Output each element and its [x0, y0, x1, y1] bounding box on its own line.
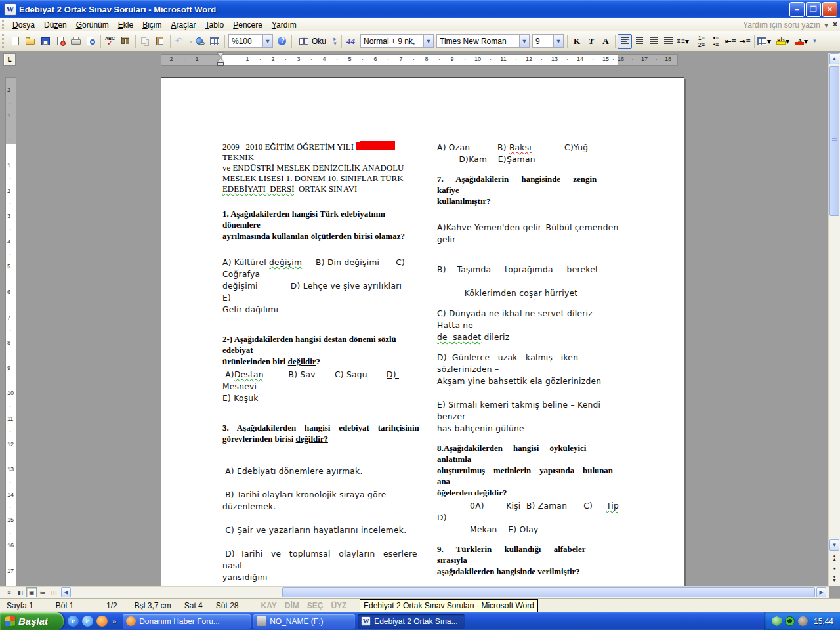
taskbar-task-1[interactable]: Donanım Haber Foru... — [123, 614, 251, 629]
answer-text[interactable]: C) Şair ve yazarların hayatlarını incele… — [222, 524, 425, 536]
formatting-options-chevron[interactable]: ▾ — [810, 33, 819, 49]
toolbar-options-chevron[interactable]: ▸▾ — [331, 33, 339, 49]
read-button[interactable]: Oku — [294, 33, 331, 49]
answer-text[interactable]: A) Edebiyatı dönemlere ayırmak. — [222, 465, 425, 477]
align-right-button[interactable] — [646, 34, 661, 49]
firefox-icon[interactable] — [96, 616, 108, 627]
web-layout-view-button[interactable]: ◧ — [15, 587, 26, 597]
answer-text[interactable]: D) Günlerce uzak kalmış iken sözlerinizd… — [437, 352, 625, 387]
scroll-left-icon[interactable]: ◀ — [61, 587, 71, 597]
indent-markers[interactable] — [217, 52, 224, 66]
open-folder-button[interactable] — [23, 33, 38, 49]
question-text[interactable]: 3. Aşağıdakilerden hangisi edebiyat tari… — [222, 423, 425, 445]
font-size-dropdown-icon[interactable]: ▼ — [553, 35, 563, 47]
menu-item-grnm[interactable]: Görünüm — [72, 19, 114, 31]
scroll-down-icon[interactable]: ▼ — [830, 539, 839, 551]
answer-text[interactable]: A)Kahve Yemen'den gelir–Bülbül çemenden … — [437, 222, 625, 245]
launch-icon-2[interactable]: e — [82, 616, 93, 627]
menu-item-tablo[interactable]: Tablo — [201, 19, 229, 31]
antivirus-icon[interactable] — [772, 616, 782, 626]
save-button[interactable] — [38, 33, 53, 49]
restore-button[interactable]: ❐ — [806, 2, 821, 17]
print-button[interactable] — [68, 33, 83, 49]
justify-button[interactable] — [661, 34, 675, 49]
answer-text[interactable]: D) Tarihi ve toplumsal olayların eserler… — [222, 548, 425, 583]
borders-button[interactable]: ▾ — [757, 34, 771, 49]
minimize-button[interactable]: – — [789, 2, 805, 17]
menu-item-ekle[interactable]: Ekle — [114, 19, 138, 31]
answer-text[interactable]: B) Tarihi olayları kronolojik sıraya gör… — [222, 489, 425, 513]
answer-text[interactable]: A) Kültürel değişim B) Din değişimi C) C… — [222, 257, 425, 316]
new-document-button[interactable] — [8, 33, 23, 49]
font-dropdown-icon[interactable]: ▼ — [519, 35, 529, 47]
menu-item-yardm[interactable]: Yardım — [267, 19, 301, 31]
font-combobox[interactable]: Times New Roman ▼ — [436, 34, 530, 48]
spelling-grammar-button[interactable] — [103, 33, 118, 49]
increase-indent-button[interactable]: ⇥≡ — [738, 34, 752, 49]
answer-text[interactable]: A) Ozan B) Baksı C)Yuğ D)Kam E)Şaman — [437, 142, 625, 165]
first-line-indent-marker[interactable] — [217, 52, 224, 56]
status-mode-üyz[interactable]: ÜYZ — [327, 601, 350, 610]
style-dropdown-icon[interactable]: ▼ — [423, 35, 433, 47]
question-text[interactable]: 8.Aşağıdakilerden hangisi öyküleyici anl… — [437, 443, 625, 499]
print-preview-button[interactable] — [83, 33, 98, 49]
ask-question-box[interactable]: Yardım için soru yazın — [743, 20, 820, 30]
align-center-button[interactable] — [632, 34, 646, 49]
bold-button[interactable]: K — [570, 34, 584, 49]
align-left-button[interactable] — [618, 34, 632, 49]
vertical-scroll-thumb[interactable] — [830, 66, 839, 216]
close-button[interactable]: ✕ — [822, 2, 837, 17]
scroll-up-icon[interactable]: ▲ — [830, 53, 839, 64]
font-size-combobox[interactable]: 9 ▼ — [532, 34, 564, 48]
scroll-right-icon[interactable]: ▶ — [816, 587, 826, 597]
menu-item-dosya[interactable]: Dosya — [8, 19, 39, 31]
question-text[interactable]: 9. Türklerin kullandığı alfabeler sırası… — [437, 544, 625, 578]
messenger-icon[interactable] — [785, 616, 795, 626]
answer-text[interactable]: B) Taşımda toprağımda bereket – Köklerim… — [437, 264, 625, 299]
next-page-button[interactable]: ▼▼ — [830, 574, 839, 584]
question-text[interactable]: 2-) Aşağıdakilerden hangisi destan dönem… — [222, 334, 425, 368]
document-page[interactable]: 2009– 2010 EĞİTİM ÖĞRETİM YILI TEKNİK ve… — [161, 77, 684, 586]
status-mode-kay[interactable]: KAY — [257, 601, 281, 610]
reading-layout-view-button[interactable]: ◫ — [49, 587, 59, 597]
vertical-scrollbar[interactable]: ▲ ▼ ▲▲ ● ▼▼ — [828, 52, 840, 586]
start-button[interactable]: Başlat — [0, 612, 64, 630]
menu-item-biim[interactable]: Biçim — [138, 19, 166, 31]
decrease-indent-button[interactable]: ⇤≡ — [723, 34, 738, 49]
answer-text[interactable]: 2009– 2010 EĞİTİM ÖĞRETİM YILI TEKNİK ve… — [222, 142, 425, 194]
print-layout-view-button[interactable]: ▣ — [26, 587, 37, 597]
menu-item-dzen[interactable]: Düzen — [39, 19, 72, 31]
status-mode-di̇m[interactable]: DİM — [281, 601, 303, 610]
zoom-combobox[interactable]: %100 ▼ — [228, 34, 273, 48]
underline-button[interactable]: A — [598, 34, 613, 49]
font-color-button[interactable]: ▾ — [793, 34, 808, 49]
outline-view-button[interactable]: ≔ — [37, 587, 48, 597]
insert-table-button[interactable] — [207, 33, 222, 49]
italic-button[interactable]: T — [584, 34, 598, 49]
answer-text[interactable]: 0A) Kişi B) Zaman C) Tip D) Mekan E) Ola… — [437, 500, 625, 536]
bullet-list-button[interactable]: •≡•≡ — [709, 34, 723, 49]
horizontal-scrollbar[interactable]: ≡ ◧ ▣ ≔ ◫ ◀ ▶ — [0, 586, 829, 598]
taskbar-task-3[interactable]: WEdebiyat 2 Ortak Sına... — [358, 614, 465, 629]
quick-launch-overflow-chevron[interactable]: » — [112, 618, 116, 625]
menubar-close-icon[interactable]: × — [833, 20, 837, 29]
tab-selector[interactable]: L — [3, 53, 16, 66]
line-spacing-button[interactable]: ⇕≡▾ — [675, 34, 690, 49]
help-button[interactable] — [274, 33, 289, 49]
question-text[interactable]: 7. Aşağıdakilerin hangisinde zengin kafi… — [437, 174, 625, 207]
vertical-ruler[interactable]: 2·1·1·2·3·4·5·6·7·8·9·10·11·12·13·14·15·… — [5, 77, 16, 587]
select-browse-object-button[interactable]: ● — [830, 563, 839, 574]
answer-text[interactable]: A)Destan B) Sav C) Sagu D) Mesnevi E) Ko… — [222, 369, 425, 404]
question-text[interactable]: 1. Aşağıdakilerden hangisi Türk edebiyat… — [222, 209, 425, 242]
research-button[interactable] — [118, 33, 133, 49]
ask-question-dropdown-icon[interactable]: ▾ — [824, 20, 828, 30]
undo-button[interactable]: ▾ — [173, 33, 188, 49]
paste-button[interactable] — [153, 33, 168, 49]
numbered-list-button[interactable]: 1≡2≡ — [694, 34, 709, 49]
hyperlink-button[interactable] — [192, 33, 207, 49]
style-combobox[interactable]: Normal + 9 nk, ▼ — [360, 34, 434, 48]
volume-icon[interactable] — [798, 616, 808, 626]
status-mode-seç[interactable]: SEÇ — [303, 601, 327, 610]
normal-view-button[interactable]: ≡ — [4, 587, 14, 597]
answer-text[interactable]: E) Sırmalı kemeri takmış beline – Kendi … — [437, 399, 625, 434]
